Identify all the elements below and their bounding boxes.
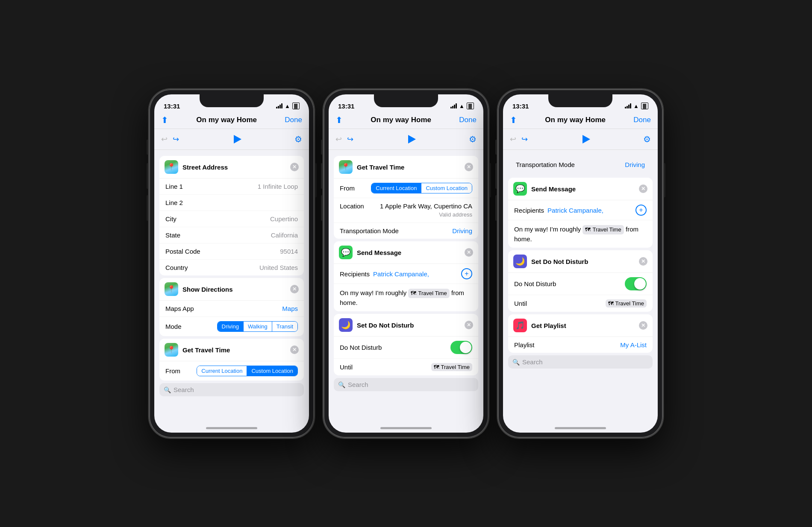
phone-screen-1: 13:31 ▲ ▓ ⬆ On my way Home Done [154,94,309,433]
message-text-3: On my way! I'm roughly [514,225,581,233]
from-segmented-2: Current Location Custom Location [371,183,472,193]
redo-icon-1[interactable]: ↪ [173,135,179,144]
current-location-btn-1[interactable]: Current Location [197,366,247,376]
play-button-2[interactable] [404,132,418,146]
phone-screen-3: 13:31 ▲ ▓ ⬆ On my way Home Done [503,94,658,433]
done-button-1[interactable]: Done [285,116,302,124]
until-row-2: Until 🗺 Travel Time [334,359,478,375]
state-row: State California [159,227,304,243]
search-bar-1[interactable]: 🔍 Search [159,383,304,396]
get-playlist-title: Get Playlist [531,322,639,329]
dnd-toggle-3[interactable] [625,277,647,290]
done-button-3[interactable]: Done [633,116,651,124]
show-directions-close[interactable]: ✕ [290,285,299,293]
location-value: 1 Apple Park Way, Cupertino CA [380,202,472,210]
settings-icon-3[interactable]: ⚙ [643,134,651,144]
status-icons-1: ▲ ▓ [276,102,300,109]
search-placeholder-1: Search [174,386,194,393]
search-bar-2[interactable]: 🔍 Search [334,378,478,391]
home-indicator-2 [380,427,432,429]
settings-icon-2[interactable]: ⚙ [469,134,477,144]
battery-icon-3: ▓ [641,102,648,109]
get-travel-time-header: Get Travel Time ✕ [159,339,304,361]
send-message-close-3[interactable]: ✕ [639,184,647,193]
settings-icon-1[interactable]: ⚙ [294,134,302,144]
maps-icon-3 [165,343,178,357]
travel-badge-2: 🗺 Travel Time [408,289,449,298]
undo-icon-2[interactable]: ↩ [335,135,342,144]
add-recipient-btn-3[interactable]: + [635,205,647,216]
play-triangle-2 [408,135,416,143]
from-row-2: From Current Location Custom Location [334,179,478,198]
add-recipient-btn-2[interactable]: + [461,268,472,279]
scroll-content-2[interactable]: Get Travel Time ✕ From Current Location … [329,150,483,420]
state-label: State [165,231,180,239]
recipients-row-2: Recipients Patrick Campanale, + [334,264,478,284]
signal-icon-3 [625,103,631,108]
status-icons-2: ▲ ▓ [450,102,474,109]
battery-icon-1: ▓ [292,102,300,109]
phones-container: 13:31 ▲ ▓ ⬆ On my way Home Done [148,88,664,439]
done-button-2[interactable]: Done [459,116,477,124]
from-label-1: From [165,367,180,375]
set-dnd-close-3[interactable]: ✕ [639,257,647,266]
custom-location-btn-2[interactable]: Custom Location [421,183,472,193]
get-travel-time-close[interactable]: ✕ [290,345,299,354]
country-row: Country United States [159,260,304,275]
share-button-2[interactable]: ⬆ [335,115,343,125]
set-dnd-card-2: 🌙 Set Do Not Disturb ✕ Do Not Disturb Un… [334,314,478,375]
until-label-3: Until [514,300,527,307]
get-playlist-header: 🎵 Get Playlist ✕ [508,314,653,337]
dnd-icon-2: 🌙 [339,318,353,332]
undo-icon-3[interactable]: ↩ [510,135,516,144]
set-dnd-close-2[interactable]: ✕ [465,321,473,329]
send-message-close-2[interactable]: ✕ [465,248,473,257]
line2-label: Line 2 [165,199,183,206]
search-bar-3[interactable]: 🔍 Search [508,355,653,369]
dnd-label-3: Do Not Disturb [514,280,556,287]
toolbar-left-1: ↩ ↪ [161,135,179,144]
transport-mode-row: Transportation Mode Driving [510,157,651,173]
share-button-3[interactable]: ⬆ [510,115,517,125]
play-button-1[interactable] [230,132,244,146]
walking-btn[interactable]: Walking [243,322,272,331]
undo-icon-1[interactable]: ↩ [161,135,168,144]
playlist-row: Playlist My A-List [508,337,653,353]
notch-2 [374,94,438,107]
play-triangle-1 [234,135,241,143]
show-directions-title: Show Directions [182,286,290,293]
send-message-title-2: Send Message [357,249,465,256]
get-playlist-close[interactable]: ✕ [639,321,647,330]
nav-bar-2: ⬆ On my way Home Done [329,113,483,129]
dnd-toggle-2[interactable] [450,341,472,354]
custom-location-btn-1[interactable]: Custom Location [247,366,297,376]
street-address-close[interactable]: ✕ [290,163,299,171]
get-travel-time-full-close[interactable]: ✕ [465,163,473,171]
from-label-2: From [340,184,355,192]
nav-title-2: On my way Home [371,116,431,124]
send-message-card-3: 💬 Send Message ✕ Recipients Patrick Camp… [508,178,653,248]
phone-1: 13:31 ▲ ▓ ⬆ On my way Home Done [148,88,315,439]
play-button-3[interactable] [579,132,592,146]
country-label: Country [165,264,188,271]
scroll-content-1[interactable]: Street Address ✕ Line 1 1 Infinite Loop … [154,150,309,420]
dnd-toggle-knob-3 [634,278,646,290]
message-icon-3: 💬 [513,182,527,196]
location-label: Location [340,202,364,210]
dnd-toggle-knob-2 [460,342,471,353]
dnd-icon-3: 🌙 [513,255,527,268]
line1-value: 1 Infinite Loop [258,183,298,190]
driving-btn[interactable]: Driving [218,322,243,331]
current-location-btn-2[interactable]: Current Location [371,183,421,193]
message-text-2: On my way! I'm roughly [340,289,406,296]
redo-icon-2[interactable]: ↪ [347,135,353,144]
search-icon-1: 🔍 [164,386,171,393]
message-body-3: On my way! I'm roughly 🗺 Travel Time fro… [508,220,653,248]
scroll-content-3[interactable]: Transportation Mode Driving 💬 Send Messa… [503,150,658,420]
nav-title-1: On my way Home [196,116,257,124]
wifi-icon-2: ▲ [459,103,465,109]
redo-icon-3[interactable]: ↪ [521,135,528,144]
wifi-icon-3: ▲ [633,103,639,109]
share-button-1[interactable]: ⬆ [161,115,168,125]
transit-btn[interactable]: Transit [272,322,297,331]
